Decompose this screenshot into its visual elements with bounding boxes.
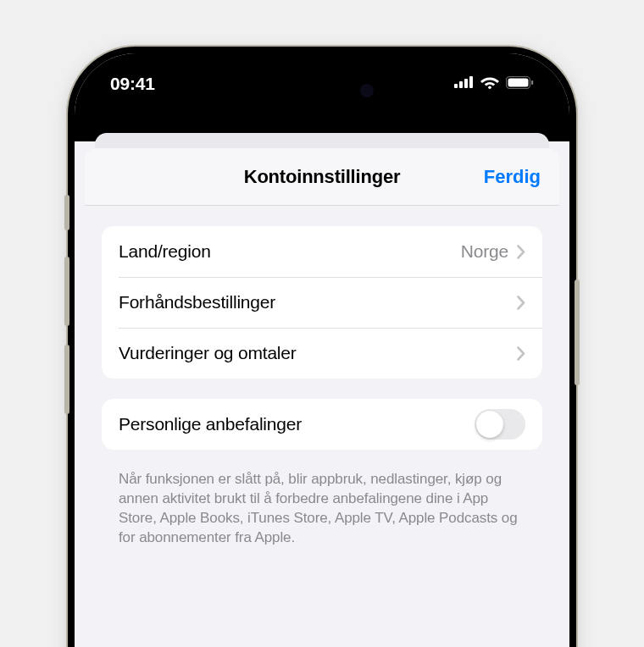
svg-rect-3 <box>469 76 473 88</box>
settings-group-main: Land/region Norge Forhåndsbestillinger <box>102 226 542 379</box>
done-button[interactable]: Ferdig <box>484 166 541 188</box>
status-indicators <box>454 75 534 92</box>
personal-recommendations-label: Personlige anbefalinger <box>119 414 475 434</box>
recommendations-footer-text: Når funksjonen er slått på, blir appbruk… <box>102 470 542 548</box>
phone-screen: 09:41 <box>75 53 569 647</box>
svg-rect-0 <box>454 84 458 88</box>
preorders-label: Forhåndsbestillinger <box>119 292 517 312</box>
svg-rect-6 <box>508 78 529 86</box>
volume-down-button <box>64 345 69 414</box>
preorders-row[interactable]: Forhåndsbestillinger <box>102 277 542 328</box>
svg-rect-2 <box>464 79 468 88</box>
dynamic-island <box>258 72 386 109</box>
reviews-row[interactable]: Vurderinger og omtaler <box>102 328 542 379</box>
country-region-label: Land/region <box>119 241 461 262</box>
wifi-icon <box>480 75 499 92</box>
page-title: Kontoinnstillinger <box>244 166 401 188</box>
front-camera-icon <box>360 84 374 97</box>
phone-device-frame: 09:41 <box>68 47 576 647</box>
country-region-value: Norge <box>461 241 508 262</box>
chevron-right-icon <box>517 346 525 361</box>
country-region-row[interactable]: Land/region Norge <box>102 226 542 277</box>
chevron-right-icon <box>517 245 525 259</box>
svg-point-4 <box>488 86 491 89</box>
silence-switch <box>64 195 69 230</box>
power-button <box>575 279 580 385</box>
volume-up-button <box>64 257 69 326</box>
settings-group-recommendations: Personlige anbefalinger <box>102 399 542 450</box>
personal-recommendations-row: Personlige anbefalinger <box>102 399 542 450</box>
settings-sheet: Kontoinnstillinger Ferdig Land/region No… <box>85 148 559 647</box>
cellular-signal-icon <box>454 76 474 91</box>
svg-rect-7 <box>531 80 533 85</box>
status-time: 09:41 <box>110 74 155 94</box>
reviews-label: Vurderinger og omtaler <box>119 343 517 363</box>
toggle-knob <box>476 411 503 438</box>
battery-icon <box>506 76 534 92</box>
svg-rect-1 <box>459 81 463 88</box>
personal-recommendations-toggle[interactable] <box>475 409 525 440</box>
chevron-right-icon <box>517 296 525 310</box>
settings-content: Land/region Norge Forhåndsbestillinger <box>85 206 559 548</box>
navigation-bar: Kontoinnstillinger Ferdig <box>85 148 559 206</box>
